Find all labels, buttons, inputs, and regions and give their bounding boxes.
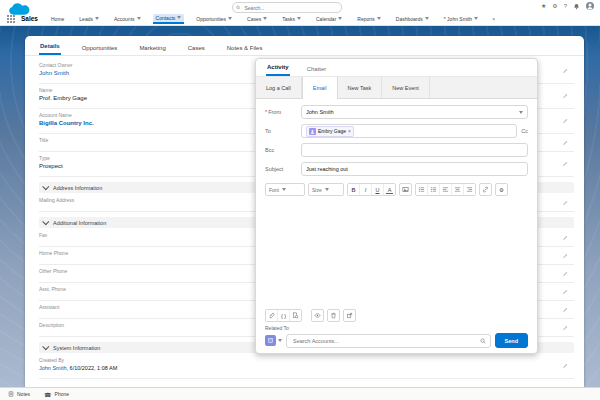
edit-pencil-icon[interactable] [562,200,568,206]
created-by-user-link[interactable]: John Smith [39,365,67,371]
insert-image-button[interactable] [399,183,412,196]
edit-pencil-icon[interactable] [562,253,568,259]
utility-notes[interactable]: Notes [8,391,30,397]
nav-list: Home Leads Accounts Contacts Opportuniti… [48,14,495,24]
list-align-group [415,183,476,196]
created-by-datetime: , 6/10/2022, 1:08 AM [67,365,118,371]
italic-button[interactable]: I [360,184,372,195]
delete-trash-icon[interactable] [327,309,340,322]
related-to-search[interactable] [286,334,491,348]
subtab-new-event[interactable]: New Event [382,77,430,98]
chevron-down-icon [297,17,301,20]
size-select[interactable]: Size [308,183,344,196]
close-icon[interactable]: × [492,16,495,22]
edit-pencil-icon[interactable] [562,118,568,124]
edit-pencil-icon[interactable] [562,235,568,241]
nav-item-home[interactable]: Home [48,15,67,23]
link-button[interactable] [479,183,492,196]
format-group: B I U A [347,183,396,196]
merge-field-icon[interactable]: { } [278,310,290,321]
bullet-list-button[interactable] [416,184,428,195]
utility-phone[interactable]: ☎ Phone [44,391,69,398]
subtab-new-task[interactable]: New Task [338,77,383,98]
edit-pencil-icon[interactable] [562,289,568,295]
favorites-star-icon[interactable]: ★ [541,2,546,10]
subject-input[interactable]: Just reaching out [301,162,528,176]
entity-selector[interactable] [265,335,282,346]
search-accounts-input[interactable] [291,337,480,345]
edit-pencil-icon[interactable] [562,307,568,313]
bold-button[interactable]: B [348,184,360,195]
global-search-input[interactable] [242,4,338,12]
nav-item-reports[interactable]: Reports [354,15,384,23]
tab-activity[interactable]: Activity [266,60,290,76]
recipient-pill[interactable]: Embry Gage × [306,126,354,137]
nav-item-accounts[interactable]: Accounts [111,15,144,23]
nav-item-leads[interactable]: Leads [76,15,102,23]
tab-cases[interactable]: Cases [187,41,206,55]
chevron-down-icon [42,183,49,190]
nav-item-cases[interactable]: Cases [244,15,270,23]
align-left-button[interactable] [440,184,452,195]
align-right-button[interactable] [464,184,475,195]
chevron-down-icon [95,17,99,20]
send-button[interactable]: Send [495,333,528,348]
insert-template-icon[interactable] [290,310,301,321]
to-input[interactable]: Embry Gage × [301,124,517,138]
edit-pencil-icon[interactable] [562,325,568,331]
composer-actions: { } [265,309,528,322]
cc-link[interactable]: Cc [521,128,528,134]
align-center-button[interactable] [452,184,464,195]
numbered-list-button[interactable] [428,184,440,195]
chevron-down-icon [177,16,181,19]
insert-group: { } [265,309,302,322]
help-icon[interactable]: ? [564,2,567,10]
edit-pencil-icon[interactable] [562,363,568,369]
field-created-by: Created By John Smith, 6/10/2022, 1:08 A… [39,354,574,379]
subtab-email[interactable]: Email [302,77,338,99]
subject-row: Subject Just reaching out [265,162,528,176]
nav-item-contacts[interactable]: Contacts [153,14,185,24]
tab-opportunities[interactable]: Opportunities [81,41,119,55]
edit-pencil-icon[interactable] [562,68,568,74]
tab-marketing[interactable]: Marketing [138,41,166,55]
tab-chatter[interactable]: Chatter [306,62,328,76]
chevron-down-icon [137,17,141,20]
from-select[interactable]: John Smith [301,105,528,119]
edit-pencil-icon[interactable] [562,161,568,167]
app-name: Sales [21,15,38,22]
chevron-down-icon [42,343,49,350]
popout-icon[interactable] [343,309,356,322]
remove-recipient-icon[interactable]: × [348,128,351,134]
edit-pencil-icon[interactable] [562,93,568,99]
subtab-log-a-call[interactable]: Log a Call [256,77,302,98]
text-color-button[interactable]: A [384,184,395,195]
nav-item-tasks[interactable]: Tasks [279,15,304,23]
nav-item-temp-record[interactable]: * John Smith [441,15,481,23]
edit-pencil-icon[interactable] [562,271,568,277]
notifications-bell-icon[interactable] [573,3,580,10]
chevron-down-icon [377,17,381,20]
email-body-input[interactable] [265,199,528,309]
attach-file-icon[interactable] [266,310,278,321]
salesforce-page: ★ ⚙ ? Sales Home Leads Accounts Contacts… [0,0,600,400]
bcc-input[interactable] [301,143,528,157]
nav-item-opportunities[interactable]: Opportunities [193,15,235,23]
settings-gear-icon[interactable]: ⚙ [495,183,508,196]
app-launcher-icon[interactable] [7,15,15,23]
setup-gear-icon[interactable]: ⚙ [552,2,557,10]
chevron-down-icon [338,17,342,20]
required-mark: * [265,109,267,115]
tab-notes-files[interactable]: Notes & Files [226,41,264,55]
chevron-down-icon [278,339,282,342]
font-select[interactable]: Font [265,183,305,196]
preview-eye-icon[interactable] [311,309,324,322]
chevron-down-icon [325,188,329,191]
edit-pencil-icon[interactable] [562,140,568,146]
nav-item-calendar[interactable]: Calendar [313,15,345,23]
tab-details[interactable]: Details [39,39,61,55]
underline-button[interactable]: U [372,184,384,195]
nav-item-dashboards[interactable]: Dashboards [393,15,432,23]
user-avatar[interactable] [586,2,594,10]
richtext-toolbar: Font Size B I U A [265,183,528,196]
